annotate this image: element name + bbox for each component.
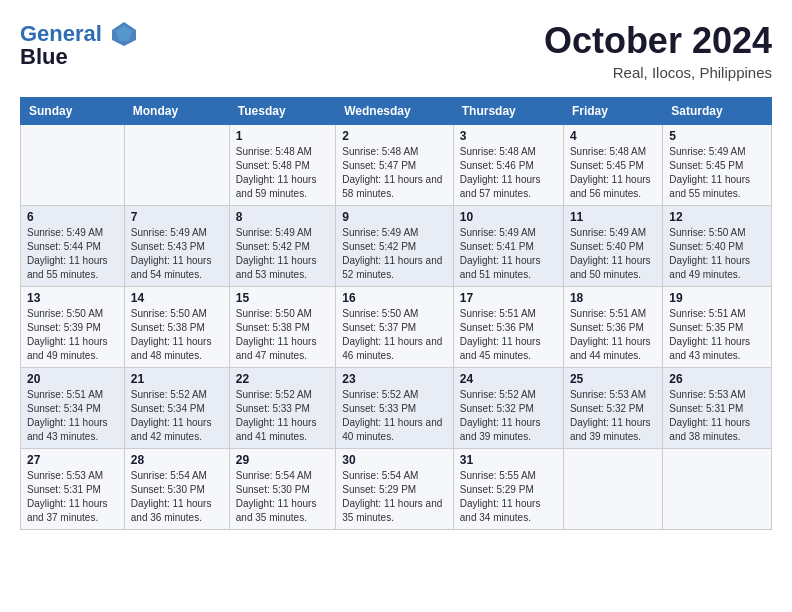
day-info: Sunrise: 5:50 AMSunset: 5:39 PMDaylight:… — [27, 307, 118, 363]
day-info: Sunrise: 5:51 AMSunset: 5:34 PMDaylight:… — [27, 388, 118, 444]
calendar-cell: 16Sunrise: 5:50 AMSunset: 5:37 PMDayligh… — [336, 287, 454, 368]
calendar-cell: 10Sunrise: 5:49 AMSunset: 5:41 PMDayligh… — [453, 206, 563, 287]
calendar-cell: 4Sunrise: 5:48 AMSunset: 5:45 PMDaylight… — [563, 125, 662, 206]
day-info: Sunrise: 5:48 AMSunset: 5:46 PMDaylight:… — [460, 145, 557, 201]
day-info: Sunrise: 5:49 AMSunset: 5:42 PMDaylight:… — [236, 226, 329, 282]
calendar-cell: 5Sunrise: 5:49 AMSunset: 5:45 PMDaylight… — [663, 125, 772, 206]
day-number: 14 — [131, 291, 223, 305]
calendar-cell: 9Sunrise: 5:49 AMSunset: 5:42 PMDaylight… — [336, 206, 454, 287]
calendar-cell — [21, 125, 125, 206]
day-info: Sunrise: 5:50 AMSunset: 5:37 PMDaylight:… — [342, 307, 447, 363]
calendar-cell: 27Sunrise: 5:53 AMSunset: 5:31 PMDayligh… — [21, 449, 125, 530]
day-number: 31 — [460, 453, 557, 467]
calendar-week-3: 13Sunrise: 5:50 AMSunset: 5:39 PMDayligh… — [21, 287, 772, 368]
calendar-cell: 28Sunrise: 5:54 AMSunset: 5:30 PMDayligh… — [124, 449, 229, 530]
calendar-cell: 30Sunrise: 5:54 AMSunset: 5:29 PMDayligh… — [336, 449, 454, 530]
day-info: Sunrise: 5:49 AMSunset: 5:41 PMDaylight:… — [460, 226, 557, 282]
day-number: 4 — [570, 129, 656, 143]
logo: General Blue — [20, 20, 138, 68]
day-number: 6 — [27, 210, 118, 224]
day-info: Sunrise: 5:53 AMSunset: 5:32 PMDaylight:… — [570, 388, 656, 444]
location: Real, Ilocos, Philippines — [544, 64, 772, 81]
day-info: Sunrise: 5:52 AMSunset: 5:32 PMDaylight:… — [460, 388, 557, 444]
calendar-cell — [663, 449, 772, 530]
day-number: 15 — [236, 291, 329, 305]
calendar-cell: 2Sunrise: 5:48 AMSunset: 5:47 PMDaylight… — [336, 125, 454, 206]
day-header-saturday: Saturday — [663, 98, 772, 125]
calendar-cell: 15Sunrise: 5:50 AMSunset: 5:38 PMDayligh… — [229, 287, 335, 368]
day-number: 9 — [342, 210, 447, 224]
day-info: Sunrise: 5:51 AMSunset: 5:35 PMDaylight:… — [669, 307, 765, 363]
day-number: 2 — [342, 129, 447, 143]
calendar-cell: 17Sunrise: 5:51 AMSunset: 5:36 PMDayligh… — [453, 287, 563, 368]
day-number: 23 — [342, 372, 447, 386]
calendar-cell — [563, 449, 662, 530]
calendar-cell: 20Sunrise: 5:51 AMSunset: 5:34 PMDayligh… — [21, 368, 125, 449]
day-info: Sunrise: 5:50 AMSunset: 5:40 PMDaylight:… — [669, 226, 765, 282]
calendar-cell: 23Sunrise: 5:52 AMSunset: 5:33 PMDayligh… — [336, 368, 454, 449]
day-number: 20 — [27, 372, 118, 386]
calendar-cell — [124, 125, 229, 206]
day-number: 29 — [236, 453, 329, 467]
day-header-friday: Friday — [563, 98, 662, 125]
day-info: Sunrise: 5:49 AMSunset: 5:45 PMDaylight:… — [669, 145, 765, 201]
day-info: Sunrise: 5:50 AMSunset: 5:38 PMDaylight:… — [236, 307, 329, 363]
day-header-monday: Monday — [124, 98, 229, 125]
day-number: 11 — [570, 210, 656, 224]
day-number: 17 — [460, 291, 557, 305]
day-number: 7 — [131, 210, 223, 224]
calendar-cell: 6Sunrise: 5:49 AMSunset: 5:44 PMDaylight… — [21, 206, 125, 287]
day-info: Sunrise: 5:53 AMSunset: 5:31 PMDaylight:… — [669, 388, 765, 444]
title-block: October 2024 Real, Ilocos, Philippines — [544, 20, 772, 81]
calendar-header-row: SundayMondayTuesdayWednesdayThursdayFrid… — [21, 98, 772, 125]
calendar-cell: 19Sunrise: 5:51 AMSunset: 5:35 PMDayligh… — [663, 287, 772, 368]
day-number: 28 — [131, 453, 223, 467]
calendar-week-5: 27Sunrise: 5:53 AMSunset: 5:31 PMDayligh… — [21, 449, 772, 530]
day-info: Sunrise: 5:52 AMSunset: 5:33 PMDaylight:… — [342, 388, 447, 444]
day-info: Sunrise: 5:49 AMSunset: 5:40 PMDaylight:… — [570, 226, 656, 282]
calendar-cell: 8Sunrise: 5:49 AMSunset: 5:42 PMDaylight… — [229, 206, 335, 287]
day-header-tuesday: Tuesday — [229, 98, 335, 125]
day-info: Sunrise: 5:48 AMSunset: 5:48 PMDaylight:… — [236, 145, 329, 201]
calendar-cell: 22Sunrise: 5:52 AMSunset: 5:33 PMDayligh… — [229, 368, 335, 449]
day-number: 13 — [27, 291, 118, 305]
day-info: Sunrise: 5:52 AMSunset: 5:34 PMDaylight:… — [131, 388, 223, 444]
calendar-cell: 29Sunrise: 5:54 AMSunset: 5:30 PMDayligh… — [229, 449, 335, 530]
calendar-cell: 21Sunrise: 5:52 AMSunset: 5:34 PMDayligh… — [124, 368, 229, 449]
day-number: 8 — [236, 210, 329, 224]
day-number: 16 — [342, 291, 447, 305]
day-info: Sunrise: 5:52 AMSunset: 5:33 PMDaylight:… — [236, 388, 329, 444]
day-info: Sunrise: 5:49 AMSunset: 5:43 PMDaylight:… — [131, 226, 223, 282]
logo-icon — [110, 20, 138, 48]
day-number: 30 — [342, 453, 447, 467]
day-number: 24 — [460, 372, 557, 386]
calendar-week-4: 20Sunrise: 5:51 AMSunset: 5:34 PMDayligh… — [21, 368, 772, 449]
day-number: 10 — [460, 210, 557, 224]
calendar-cell: 18Sunrise: 5:51 AMSunset: 5:36 PMDayligh… — [563, 287, 662, 368]
calendar-week-2: 6Sunrise: 5:49 AMSunset: 5:44 PMDaylight… — [21, 206, 772, 287]
day-number: 18 — [570, 291, 656, 305]
day-number: 5 — [669, 129, 765, 143]
day-info: Sunrise: 5:54 AMSunset: 5:29 PMDaylight:… — [342, 469, 447, 525]
day-header-thursday: Thursday — [453, 98, 563, 125]
calendar-cell: 11Sunrise: 5:49 AMSunset: 5:40 PMDayligh… — [563, 206, 662, 287]
calendar-cell: 13Sunrise: 5:50 AMSunset: 5:39 PMDayligh… — [21, 287, 125, 368]
day-number: 22 — [236, 372, 329, 386]
day-info: Sunrise: 5:48 AMSunset: 5:45 PMDaylight:… — [570, 145, 656, 201]
calendar-cell: 26Sunrise: 5:53 AMSunset: 5:31 PMDayligh… — [663, 368, 772, 449]
calendar-cell: 14Sunrise: 5:50 AMSunset: 5:38 PMDayligh… — [124, 287, 229, 368]
day-info: Sunrise: 5:54 AMSunset: 5:30 PMDaylight:… — [131, 469, 223, 525]
calendar-cell: 24Sunrise: 5:52 AMSunset: 5:32 PMDayligh… — [453, 368, 563, 449]
day-number: 26 — [669, 372, 765, 386]
day-number: 21 — [131, 372, 223, 386]
month-title: October 2024 — [544, 20, 772, 62]
day-header-sunday: Sunday — [21, 98, 125, 125]
day-info: Sunrise: 5:54 AMSunset: 5:30 PMDaylight:… — [236, 469, 329, 525]
day-info: Sunrise: 5:49 AMSunset: 5:44 PMDaylight:… — [27, 226, 118, 282]
calendar-cell: 1Sunrise: 5:48 AMSunset: 5:48 PMDaylight… — [229, 125, 335, 206]
page-header: General Blue October 2024 Real, Ilocos, … — [20, 20, 772, 81]
day-number: 25 — [570, 372, 656, 386]
calendar-cell: 3Sunrise: 5:48 AMSunset: 5:46 PMDaylight… — [453, 125, 563, 206]
calendar-table: SundayMondayTuesdayWednesdayThursdayFrid… — [20, 97, 772, 530]
day-info: Sunrise: 5:48 AMSunset: 5:47 PMDaylight:… — [342, 145, 447, 201]
